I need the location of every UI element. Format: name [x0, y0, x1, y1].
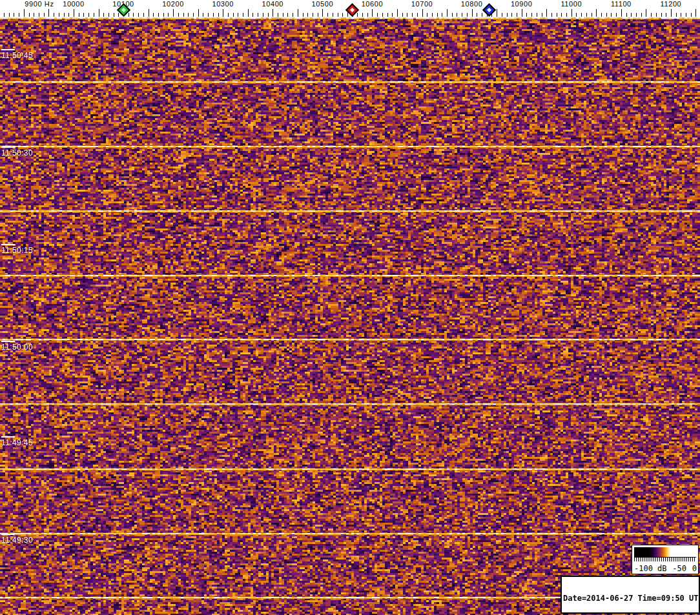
ruler-tick [517, 13, 517, 17]
marker-blue[interactable] [482, 3, 496, 17]
ruler-tick [9, 13, 10, 17]
ruler-tick [542, 13, 542, 17]
ruler-tick [153, 13, 154, 17]
ruler-tick [333, 13, 333, 17]
freq-label-11000: 11000 [561, 0, 582, 8]
time-label: 11:50:00 [1, 343, 33, 352]
ruler-tick [432, 13, 433, 17]
ruler-tick [138, 13, 139, 17]
ruler-tick [338, 13, 338, 17]
ruler-tick [606, 13, 607, 17]
ruler-tick [362, 13, 363, 17]
ruler-tick [695, 9, 696, 17]
ruler-tick [283, 13, 283, 17]
ruler-tick [83, 13, 84, 17]
ruler-tick [377, 13, 378, 17]
ruler-tick [263, 13, 263, 17]
freq-label-10700: 10700 [411, 0, 433, 8]
ruler-tick [531, 13, 532, 17]
ruler-tick [671, 9, 672, 17]
ruler-tick [402, 13, 403, 17]
ruler-tick [626, 13, 627, 17]
ruler-tick [382, 13, 383, 17]
waterfall-spectrogram [0, 17, 700, 615]
ruler-tick [218, 13, 219, 17]
ruler-tick [133, 13, 134, 17]
ruler-tick [367, 13, 368, 17]
ruler-tick [601, 13, 602, 17]
ruler-tick [611, 13, 612, 17]
colorbar-ticks [634, 558, 696, 561]
ruler-tick [447, 9, 448, 17]
ruler-tick [258, 13, 258, 17]
ruler-tick [243, 13, 243, 17]
marker-green-dot [121, 8, 126, 12]
ruler-tick [298, 9, 298, 17]
freq-label-10600: 10600 [362, 0, 384, 8]
ruler-tick [248, 9, 249, 17]
ruler-tick [666, 13, 666, 17]
ruler-tick [646, 9, 646, 17]
marker-blue-dot [487, 8, 491, 12]
ruler-tick [54, 13, 54, 17]
ruler-tick [522, 9, 522, 17]
ruler-tick [208, 13, 209, 17]
ruler-tick [79, 13, 79, 17]
ruler-tick [651, 13, 652, 17]
ruler-tick [252, 13, 253, 17]
colorbar-label-max: 0 [692, 564, 697, 573]
frequency-ruler[interactable]: 9900 Hz100001010010200103001040010500106… [0, 0, 700, 17]
ruler-tick [59, 13, 59, 17]
ruler-tick [44, 13, 45, 17]
ruler-tick [293, 13, 293, 17]
ruler-tick [392, 13, 393, 17]
ruler-tick [676, 13, 677, 17]
ruler-tick [313, 13, 313, 17]
ruler-tick [502, 13, 502, 17]
ruler-tick [273, 9, 273, 17]
time-label: 11:49:45 [1, 438, 33, 447]
time-tick-dash [1, 436, 15, 438]
ruler-tick [462, 13, 462, 17]
ruler-tick [526, 13, 527, 17]
ruler-tick [88, 13, 89, 17]
time-tick-dash [1, 341, 15, 342]
ruler-tick [327, 13, 328, 17]
ruler-tick [592, 13, 592, 17]
ruler-tick [581, 13, 582, 17]
ruler-tick [566, 13, 567, 17]
ruler-tick [561, 13, 562, 17]
freq-label-10300: 10300 [212, 0, 234, 8]
freq-label-9900: 9900 Hz [25, 0, 54, 8]
ruler-tick [158, 13, 159, 17]
ruler-tick [29, 13, 30, 17]
ruler-tick [452, 13, 453, 17]
ruler-tick [228, 13, 229, 17]
ruler-tick [108, 13, 109, 17]
ruler-tick [183, 13, 184, 17]
ruler-tick [223, 9, 223, 17]
ruler-tick [407, 13, 407, 17]
ruler-tick [457, 13, 457, 17]
colorbar-gradient [634, 547, 696, 558]
ruler-tick [397, 9, 398, 17]
ruler-tick [691, 13, 692, 17]
ruler-tick [631, 13, 632, 17]
ruler-tick [103, 13, 104, 17]
ruler-tick [268, 13, 269, 17]
ruler-tick [238, 13, 238, 17]
ruler-tick [149, 9, 149, 17]
ruler-tick [551, 13, 552, 17]
ruler-tick [656, 13, 657, 17]
ruler-tick [616, 13, 617, 17]
ruler-tick [641, 13, 642, 17]
waterfall-window: 9900 Hz100001010010200103001040010500106… [0, 0, 700, 615]
ruler-tick [118, 13, 119, 17]
ruler-tick [537, 13, 537, 17]
ruler-tick [661, 13, 662, 17]
ruler-tick [417, 13, 418, 17]
ruler-tick [571, 9, 572, 17]
ruler-tick [213, 13, 214, 17]
ruler-tick [307, 13, 308, 17]
colorbar-label-min: -100 dB [634, 564, 667, 573]
